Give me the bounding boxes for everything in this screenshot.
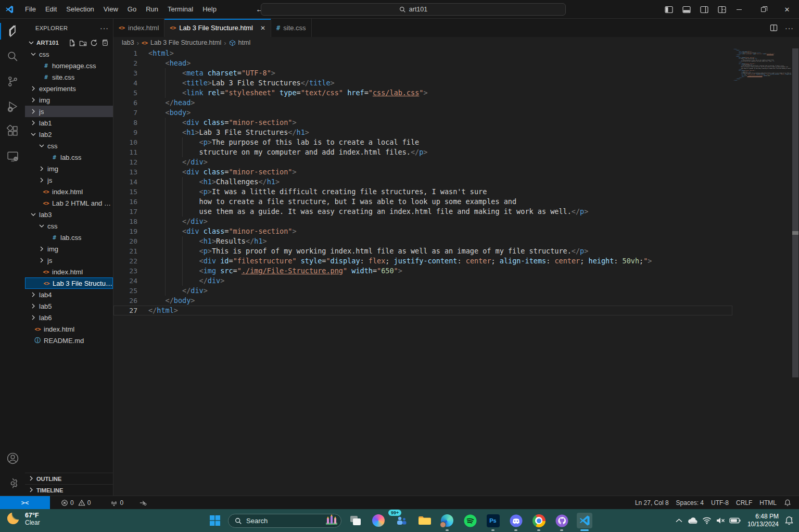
scrollbar-slider[interactable]	[792, 48, 798, 377]
menu-terminal[interactable]: Terminal	[163, 0, 198, 19]
weather-widget[interactable]: 67°F Clear	[5, 511, 40, 527]
activitybar-extensions[interactable]	[0, 119, 25, 144]
tree-item-homepage-css[interactable]: #homepage.css	[25, 60, 113, 71]
remote-indicator[interactable]: ><	[0, 496, 50, 510]
debug-forward-status[interactable]	[135, 496, 151, 509]
code-editor[interactable]: 1<html>2 <head>3 <meta charset="UTF-8">4…	[113, 48, 799, 496]
tree-item-readme-md[interactable]: ⓘREADME.md	[25, 335, 113, 346]
battery-icon[interactable]	[728, 517, 742, 524]
status-crlf[interactable]: CRLF	[732, 499, 756, 506]
problems-status[interactable]: 0 0	[57, 496, 94, 509]
tree-item-site-css[interactable]: #site.css	[25, 71, 113, 83]
tab-index-html[interactable]: <>index.html	[113, 19, 164, 37]
taskbar-app-task-view[interactable]	[348, 513, 363, 528]
tree-item-img[interactable]: img	[25, 94, 113, 106]
toggle-panel-icon[interactable]	[682, 6, 691, 14]
restore-button[interactable]	[751, 0, 775, 19]
activitybar-account[interactable]	[0, 446, 25, 471]
taskbar-app-github-desktop[interactable]	[554, 513, 569, 528]
status-utf-8[interactable]: UTF-8	[707, 499, 732, 506]
activitybar-explorer[interactable]	[0, 19, 25, 44]
tree-item-lab6[interactable]: lab6	[25, 312, 113, 323]
start-button[interactable]	[209, 515, 221, 528]
taskbar-app-file-explorer[interactable]	[416, 513, 432, 528]
menu-go[interactable]: Go	[123, 0, 141, 19]
collapse-folders-icon[interactable]	[101, 39, 109, 47]
explorer-more-actions-icon[interactable]: ···	[100, 24, 109, 32]
onedrive-cloud-icon[interactable]	[686, 517, 700, 524]
customize-layout-icon[interactable]	[718, 6, 726, 14]
tree-item-index-html[interactable]: <>index.html	[25, 323, 113, 335]
tree-item-lab5[interactable]: lab5	[25, 300, 113, 312]
menu-help[interactable]: Help	[198, 0, 221, 19]
outline-section-header[interactable]: OUTLINE	[25, 473, 113, 484]
tree-item-lab1[interactable]: lab1	[25, 117, 113, 129]
toggle-sidebar-icon[interactable]	[665, 6, 673, 14]
tree-item-experiments[interactable]: experiments	[25, 83, 113, 94]
menu-file[interactable]: File	[20, 0, 41, 19]
activitybar-run-debug[interactable]	[0, 94, 25, 119]
timeline-section-header[interactable]: TIMELINE	[25, 484, 113, 496]
notifications-bell-icon[interactable]	[780, 499, 795, 506]
tree-item-lab-css[interactable]: #lab.css	[25, 151, 113, 163]
menu-view[interactable]: View	[99, 0, 123, 19]
tree-item-lab3[interactable]: lab3	[25, 209, 113, 220]
minimap[interactable]: <html> <head> <meta charset="UTF-8"> <ti…	[733, 48, 791, 496]
taskbar-app-teams[interactable]: 99+	[394, 513, 409, 528]
refresh-icon[interactable]	[90, 39, 98, 47]
status-spaces-4[interactable]: Spaces: 4	[673, 499, 707, 506]
breadcrumb-folder[interactable]: lab3	[122, 39, 134, 46]
taskbar-app-discord[interactable]	[508, 513, 524, 528]
taskbar-app-spotify[interactable]	[462, 513, 478, 528]
taskbar-app-photoshop[interactable]: Ps	[485, 513, 501, 528]
split-editor-icon[interactable]	[770, 24, 778, 32]
wifi-icon[interactable]	[700, 517, 714, 524]
project-root-row[interactable]: ART101	[25, 37, 113, 48]
more-actions-icon[interactable]: ···	[785, 24, 794, 32]
tree-item-lab2[interactable]: lab2	[25, 129, 113, 140]
status-ln-27-col-8[interactable]: Ln 27, Col 8	[631, 499, 673, 506]
tray-chevron-up-icon[interactable]	[672, 518, 686, 523]
activitybar-remote-explorer[interactable]	[0, 144, 25, 169]
taskbar-search[interactable]: Search	[228, 514, 341, 528]
activitybar-source-control[interactable]	[0, 69, 25, 94]
breadcrumb-file[interactable]: Lab 3 File Structure.html	[150, 39, 221, 46]
volume-muted-icon[interactable]	[714, 517, 728, 524]
activitybar-search[interactable]	[0, 44, 25, 69]
tree-item-css[interactable]: css	[25, 140, 113, 151]
tree-item-js[interactable]: js	[25, 174, 113, 186]
tab-site-css[interactable]: #site.css	[271, 19, 312, 37]
tab-lab-3-file-structure-html[interactable]: <>Lab 3 File Structure.html✕	[164, 19, 271, 37]
tree-item-img[interactable]: img	[25, 243, 113, 255]
tab-close-icon[interactable]: ✕	[260, 24, 265, 32]
minimize-button[interactable]	[727, 0, 751, 19]
tree-item-index-html[interactable]: <>index.html	[25, 266, 113, 277]
status-html[interactable]: HTML	[756, 499, 780, 506]
new-file-icon[interactable]	[68, 39, 76, 47]
breadcrumb-symbol[interactable]: html	[238, 39, 251, 46]
tree-item-js[interactable]: js	[25, 106, 113, 117]
tree-item-js[interactable]: js	[25, 255, 113, 266]
tree-item-css[interactable]: css	[25, 220, 113, 232]
tray-clock[interactable]: 6:48 PM 10/13/2024	[747, 513, 779, 528]
editor-scrollbar[interactable]	[792, 48, 799, 496]
ports-status[interactable]: 0	[107, 496, 127, 509]
tree-item-css[interactable]: css	[25, 48, 113, 60]
menu-run[interactable]: Run	[141, 0, 163, 19]
tree-item-index-html[interactable]: <>index.html	[25, 186, 113, 197]
tree-item-lab-2-html-and-cs-[interactable]: <>Lab 2 HTML and CS...	[25, 197, 113, 209]
taskbar-app-vscode[interactable]	[577, 513, 592, 528]
close-button[interactable]: ✕	[775, 0, 799, 19]
menu-selection[interactable]: Selection	[61, 0, 98, 19]
notification-bell-icon[interactable]: z	[782, 516, 796, 525]
tree-item-img[interactable]: img	[25, 163, 113, 174]
activitybar-settings[interactable]	[0, 471, 25, 496]
daily-image-castle-icon[interactable]	[325, 514, 338, 527]
toggle-secondary-sidebar-icon[interactable]	[700, 6, 708, 14]
menu-edit[interactable]: Edit	[41, 0, 61, 19]
taskbar-app-edge[interactable]	[439, 513, 455, 528]
tree-item-lab4[interactable]: lab4	[25, 289, 113, 300]
tree-item-lab-3-file-structure-[interactable]: <>Lab 3 File Structure....	[25, 277, 113, 289]
new-folder-icon[interactable]	[79, 39, 87, 47]
command-center-search[interactable]: art101	[261, 3, 566, 16]
